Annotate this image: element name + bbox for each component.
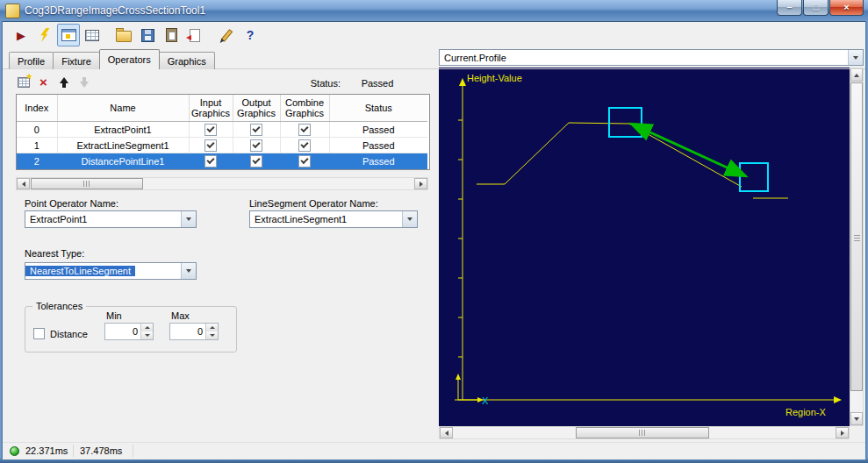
input-graphics-checkbox[interactable]	[204, 139, 217, 152]
window-frame-left	[0, 21, 3, 463]
operator-row-1[interactable]: 1ExtractLineSegment1Passed	[17, 138, 427, 153]
scrollbar-thumb[interactable]	[31, 178, 143, 189]
profile-hscrollbar[interactable]	[439, 426, 850, 439]
nearest-type-combo[interactable]: NearestToLineSegment	[25, 262, 197, 280]
spin-down-icon[interactable]	[141, 331, 153, 339]
cell-index[interactable]: 2	[17, 153, 57, 169]
linesegment-operator-combo[interactable]: ExtractLineSegment1	[249, 210, 418, 228]
close-button[interactable]: ×	[829, 0, 864, 16]
distance-checkbox[interactable]	[33, 328, 45, 339]
dropdown-button[interactable]	[181, 211, 196, 227]
spin-down-icon[interactable]	[206, 331, 218, 339]
show-tool-display-button[interactable]	[57, 24, 80, 46]
dropdown-button[interactable]	[181, 263, 196, 279]
linesegment-operator-value: ExtractLineSegment1	[250, 214, 402, 224]
grid-icon	[85, 30, 99, 41]
distance-max-spinner[interactable]	[169, 323, 219, 340]
maximize-button[interactable]: □	[803, 0, 829, 16]
minimize-icon: –	[786, 3, 792, 12]
input-graphics-checkbox[interactable]	[204, 155, 217, 167]
move-up-button[interactable]	[54, 74, 73, 90]
scrollbar-thumb[interactable]	[850, 82, 863, 391]
tab-strip: ProfileFixtureOperatorsGraphics	[9, 50, 214, 69]
titlebar[interactable]: Cog3DRangeImageCrossSectionTool1 –□×	[0, 0, 868, 22]
window-icon	[5, 4, 20, 18]
delete-operator-button[interactable]: ×	[34, 74, 53, 90]
scroll-up-button[interactable]	[850, 68, 863, 82]
cell-input-graphics	[189, 138, 233, 153]
distance-max-input[interactable]	[170, 324, 205, 339]
output-graphics-checkbox[interactable]	[250, 139, 262, 152]
profile-plot-svg[interactable]: XHeight-ValueRegion-X	[439, 68, 850, 426]
cell-status[interactable]: Passed	[329, 138, 427, 153]
chevron-down-icon	[853, 56, 858, 60]
spin-up-icon[interactable]	[206, 324, 218, 331]
run-button[interactable]	[10, 24, 32, 46]
paste-button[interactable]	[160, 24, 183, 46]
profile-display: XHeight-ValueRegion-X	[439, 68, 864, 439]
operator-list-toolbar: ×	[14, 74, 95, 90]
operator-row-2[interactable]: 2DistancePointLine1Passed	[17, 153, 427, 169]
chevron-down-icon	[407, 217, 412, 221]
spinner-buttons	[140, 324, 153, 339]
operator-table-hscrollbar[interactable]	[16, 177, 428, 190]
toolwin-icon	[61, 29, 76, 41]
tab-fixture[interactable]: Fixture	[53, 52, 100, 69]
add-operator-button[interactable]	[14, 74, 32, 90]
import-button[interactable]	[183, 24, 206, 46]
cell-status[interactable]: Passed	[329, 153, 427, 169]
column-header-status: Status	[329, 95, 427, 122]
spin-up-icon[interactable]	[141, 324, 153, 331]
distance-label: Distance	[50, 329, 88, 339]
output-graphics-checkbox[interactable]	[250, 124, 262, 136]
minimize-button[interactable]: –	[777, 0, 802, 16]
combine-graphics-checkbox[interactable]	[298, 139, 311, 152]
profile-vscrollbar[interactable]	[850, 68, 864, 426]
up-icon	[60, 77, 68, 88]
scroll-right-button[interactable]	[836, 427, 849, 438]
output-graphics-checkbox[interactable]	[250, 155, 262, 167]
scrollbar-grip	[854, 233, 860, 241]
point-operator-label: Point Operator Name:	[25, 198, 118, 209]
scrollbar-grip	[639, 430, 647, 436]
show-results-grid-button[interactable]	[81, 24, 104, 46]
scroll-right-button[interactable]	[414, 178, 427, 189]
window-title: Cog3DRangeImageCrossSectionTool1	[25, 0, 205, 21]
help-button[interactable]: ?	[239, 24, 262, 46]
point-operator-combo[interactable]: ExtractPoint1	[25, 210, 197, 228]
distance-min-spinner[interactable]	[104, 323, 154, 340]
tab-operators[interactable]: Operators	[99, 49, 160, 69]
toolbar-separator	[207, 26, 215, 44]
cell-combine-graphics	[280, 153, 329, 169]
tab-graphics[interactable]: Graphics	[159, 52, 215, 69]
distance-min-input[interactable]	[105, 324, 140, 339]
save-file-button[interactable]	[136, 24, 159, 46]
dropdown-button[interactable]	[402, 211, 417, 227]
run-once-button[interactable]	[33, 24, 56, 46]
cell-index[interactable]: 1	[17, 138, 57, 153]
paste-icon	[166, 28, 177, 42]
cell-name[interactable]: ExtractPoint1	[57, 122, 189, 138]
cell-status[interactable]: Passed	[329, 122, 427, 138]
scroll-down-button[interactable]	[850, 412, 863, 425]
cell-input-graphics	[189, 122, 233, 138]
open-file-button[interactable]	[112, 24, 135, 46]
chevron-down-icon	[186, 269, 191, 273]
combine-graphics-checkbox[interactable]	[298, 155, 311, 167]
move-down-button	[75, 74, 93, 90]
dropdown-button[interactable]	[848, 50, 863, 65]
cell-combine-graphics	[280, 138, 329, 153]
tab-profile[interactable]: Profile	[9, 52, 54, 69]
cell-name[interactable]: ExtractLineSegment1	[57, 138, 189, 153]
scrollbar-thumb[interactable]	[576, 427, 709, 438]
scroll-left-button[interactable]	[17, 178, 30, 189]
configure-button[interactable]	[215, 24, 238, 46]
scroll-left-button[interactable]	[440, 427, 453, 438]
operator-row-0[interactable]: 0ExtractPoint1Passed	[17, 122, 427, 138]
input-graphics-checkbox[interactable]	[204, 124, 217, 136]
cell-index[interactable]: 0	[17, 122, 57, 138]
combine-graphics-checkbox[interactable]	[298, 124, 311, 136]
cell-name[interactable]: DistancePointLine1	[57, 153, 189, 169]
profile-selector-combo[interactable]: Current.Profile	[439, 49, 864, 66]
down-icon	[80, 77, 89, 88]
